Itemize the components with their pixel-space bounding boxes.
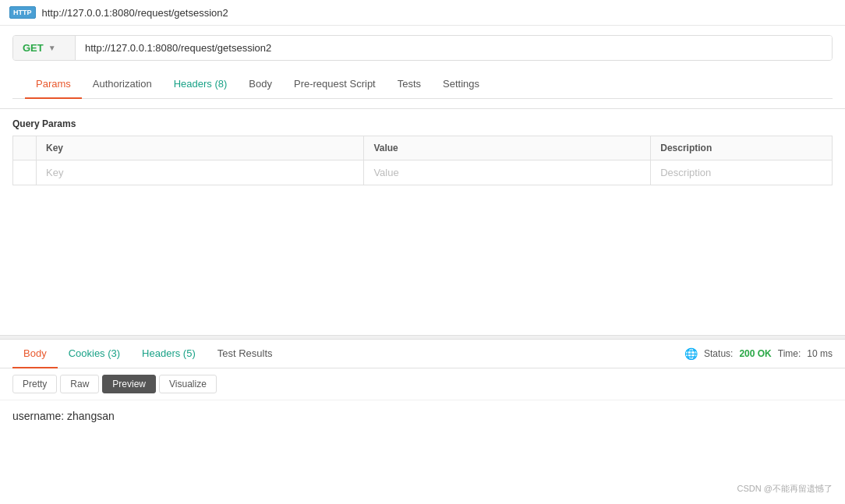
response-tab-body[interactable]: Body (12, 340, 58, 368)
view-tab-raw[interactable]: Raw (60, 375, 99, 393)
response-tab-test-results[interactable]: Test Results (207, 340, 284, 368)
row-description-cell[interactable]: Description (651, 160, 833, 185)
globe-icon: 🌐 (684, 347, 698, 360)
chevron-down-icon: ▼ (48, 44, 56, 52)
description-header: Description (651, 136, 833, 160)
response-tabs-row: Body Cookies (3) Headers (5) Test Result… (0, 340, 845, 368)
tab-prerequest-script[interactable]: Pre-request Script (283, 70, 387, 99)
tab-body[interactable]: Body (238, 70, 283, 99)
response-tab-headers[interactable]: Headers (5) (131, 340, 207, 368)
spacer (0, 195, 845, 335)
method-url-row: GET ▼ (12, 35, 833, 61)
tab-tests[interactable]: Tests (387, 70, 432, 99)
params-table: Key Value Description Key Value Descript… (12, 136, 833, 185)
url-bar-text: http://127.0.0.1:8080/request/getsession… (42, 7, 228, 19)
response-tab-cookies[interactable]: Cookies (3) (58, 340, 131, 368)
tab-authorization[interactable]: Authorization (82, 70, 163, 99)
response-section: Body Cookies (3) Headers (5) Test Result… (0, 340, 845, 432)
query-params-label: Query Params (12, 118, 833, 129)
url-input[interactable] (76, 36, 832, 60)
request-section: GET ▼ Params Authorization Headers (8) B… (0, 26, 845, 109)
table-row: Key Value Description (13, 160, 833, 185)
row-checkbox-cell (13, 160, 37, 185)
url-bar: HTTP http://127.0.0.1:8080/request/getse… (0, 0, 845, 26)
params-section: Query Params Key Value Description Key V… (0, 109, 845, 195)
view-tab-visualize[interactable]: Visualize (159, 375, 217, 393)
table-header-row: Key Value Description (13, 136, 833, 160)
method-select[interactable]: GET ▼ (13, 36, 76, 60)
request-tabs: Params Authorization Headers (8) Body Pr… (12, 70, 833, 99)
row-value-cell[interactable]: Value (364, 160, 651, 185)
checkbox-header (13, 136, 37, 160)
tab-params[interactable]: Params (25, 70, 82, 99)
row-key-cell[interactable]: Key (37, 160, 364, 185)
response-status-area: 🌐 Status: 200 OK Time: 10 ms (684, 347, 833, 360)
method-label: GET (23, 42, 44, 54)
tab-settings[interactable]: Settings (432, 70, 490, 99)
time-value: 10 ms (807, 348, 833, 359)
response-body-text: username: zhangsan (12, 410, 115, 422)
view-tab-preview[interactable]: Preview (102, 375, 156, 393)
key-header: Key (37, 136, 364, 160)
http-icon: HTTP (9, 6, 36, 19)
status-value: 200 OK (739, 348, 771, 359)
view-tabs-row: Pretty Raw Preview Visualize (0, 368, 845, 400)
http-badge: HTTP (9, 6, 36, 19)
time-label: Time: (778, 348, 801, 359)
view-tab-pretty[interactable]: Pretty (12, 375, 57, 393)
value-header: Value (364, 136, 651, 160)
tab-headers[interactable]: Headers (8) (163, 70, 239, 99)
response-body: username: zhangsan (0, 400, 845, 432)
status-label: Status: (704, 348, 733, 359)
